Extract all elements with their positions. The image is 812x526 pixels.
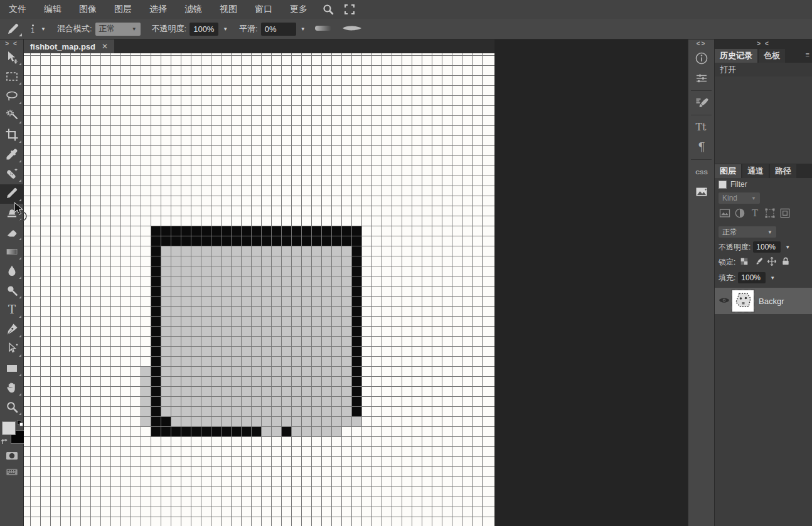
pixel-cell[interactable] <box>351 396 361 406</box>
pixel-cell[interactable] <box>301 386 311 396</box>
pixel-cell[interactable] <box>311 356 321 366</box>
pixel-cell[interactable] <box>321 316 331 326</box>
pixel-cell[interactable] <box>301 326 311 336</box>
blur-tool[interactable] <box>0 262 24 281</box>
pixel-cell[interactable] <box>311 336 321 346</box>
pixel-cell[interactable] <box>201 406 211 416</box>
pixel-cell[interactable] <box>141 266 151 276</box>
pixel-cell[interactable] <box>331 366 341 376</box>
pixel-cell[interactable] <box>231 426 241 436</box>
pixel-cell[interactable] <box>351 406 361 416</box>
pixel-cell[interactable] <box>221 356 231 366</box>
pixel-cell[interactable] <box>181 386 191 396</box>
pixel-cell[interactable] <box>271 226 281 236</box>
pixel-cell[interactable] <box>191 286 201 296</box>
pixel-cell[interactable] <box>241 236 251 246</box>
pixel-cell[interactable] <box>241 326 251 336</box>
pixel-cell[interactable] <box>211 296 221 306</box>
pixel-cell[interactable] <box>191 396 201 406</box>
pixel-cell[interactable] <box>251 396 261 406</box>
pixel-cell[interactable] <box>231 276 241 286</box>
pixel-cell[interactable] <box>281 386 291 396</box>
pixel-cell[interactable] <box>261 306 271 316</box>
tab-layers-1[interactable]: 通道 <box>742 164 769 178</box>
pixel-cell[interactable] <box>151 396 161 406</box>
pixel-cell[interactable] <box>231 396 241 406</box>
pixel-cell[interactable] <box>261 226 271 236</box>
menu-item-2[interactable]: 图像 <box>70 0 105 19</box>
document-tab[interactable]: fishbot_map.psd ✕ <box>24 39 114 53</box>
pixel-cell[interactable] <box>141 326 151 336</box>
pixel-cell[interactable] <box>231 386 241 396</box>
eraser-tool[interactable] <box>0 223 24 243</box>
pixel-cell[interactable] <box>211 376 221 386</box>
pixel-cell[interactable] <box>191 316 201 326</box>
pixel-cell[interactable] <box>231 326 241 336</box>
pixel-cell[interactable] <box>331 306 341 316</box>
pixel-cell[interactable] <box>281 336 291 346</box>
pixel-cell[interactable] <box>161 326 171 336</box>
rectangle-tool[interactable] <box>0 359 24 379</box>
pixel-cell[interactable] <box>321 356 331 366</box>
pixel-cell[interactable] <box>271 286 281 296</box>
pixel-cell[interactable] <box>221 396 231 406</box>
pixel-cell[interactable] <box>181 376 191 386</box>
pixel-cell[interactable] <box>311 426 321 436</box>
pixel-cell[interactable] <box>251 416 261 426</box>
pixel-cell[interactable] <box>291 386 301 396</box>
canvas[interactable] <box>24 53 494 526</box>
pixel-cell[interactable] <box>271 236 281 246</box>
iconstrip-collapse[interactable]: <> <box>688 39 714 48</box>
eyedropper-tool[interactable] <box>0 145 24 165</box>
pixel-cell[interactable] <box>211 356 221 366</box>
pixel-cell[interactable] <box>211 276 221 286</box>
pixel-cell[interactable] <box>251 286 261 296</box>
pixel-cell[interactable] <box>241 246 251 256</box>
rect-select-tool[interactable] <box>0 68 24 87</box>
pixel-cell[interactable] <box>181 276 191 286</box>
pixel-cell[interactable] <box>141 396 151 406</box>
pixel-cell[interactable] <box>251 376 261 386</box>
spot-heal-tool[interactable] <box>0 165 24 184</box>
pixel-cell[interactable] <box>351 226 361 236</box>
pixel-cell[interactable] <box>291 336 301 346</box>
pixel-cell[interactable] <box>311 316 321 326</box>
pixel-cell[interactable] <box>151 336 161 346</box>
pixel-cell[interactable] <box>261 266 271 276</box>
pixel-cell[interactable] <box>161 296 171 306</box>
pixel-cell[interactable] <box>331 376 341 386</box>
pixel-cell[interactable] <box>221 306 231 316</box>
pixel-cell[interactable] <box>261 236 271 246</box>
pixel-cell[interactable] <box>291 356 301 366</box>
menu-item-8[interactable]: 更多 <box>281 0 316 19</box>
pixel-cell[interactable] <box>261 246 271 256</box>
pixel-cell[interactable] <box>201 426 211 436</box>
pixel-cell[interactable] <box>351 326 361 336</box>
pixel-cell[interactable] <box>201 326 211 336</box>
tab-history-1[interactable]: 色板 <box>759 49 785 63</box>
pixel-cell[interactable] <box>191 426 201 436</box>
pixel-cell[interactable] <box>251 386 261 396</box>
pixel-cell[interactable] <box>301 276 311 286</box>
pixel-cell[interactable] <box>211 236 221 246</box>
pixel-cell[interactable] <box>191 406 201 416</box>
pixel-cell[interactable] <box>201 366 211 376</box>
smart-object-filter-icon[interactable] <box>779 207 791 222</box>
pixel-cell[interactable] <box>291 316 301 326</box>
pixel-cell[interactable] <box>161 256 171 266</box>
pixel-cell[interactable] <box>181 256 191 266</box>
history-item-open[interactable]: 打开 <box>715 63 812 76</box>
swap-colors-icon[interactable] <box>1 436 9 448</box>
pixel-cell[interactable] <box>201 316 211 326</box>
pixel-cell[interactable] <box>341 346 351 356</box>
hand-tool[interactable] <box>0 379 24 398</box>
pixel-cell[interactable] <box>341 246 351 256</box>
pixel-cell[interactable] <box>311 256 321 266</box>
pixel-cell[interactable] <box>281 396 291 406</box>
pixel-cell[interactable] <box>261 336 271 346</box>
pixel-cell[interactable] <box>321 286 331 296</box>
pencil-tool[interactable] <box>0 184 24 204</box>
pixel-cell[interactable] <box>311 266 321 276</box>
pixel-cell[interactable] <box>331 276 341 286</box>
pixel-cell[interactable] <box>231 266 241 276</box>
